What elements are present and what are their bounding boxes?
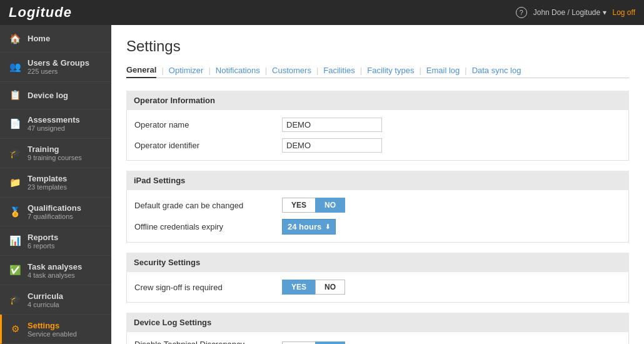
qualifications-text: Qualifications 7 qualifications <box>28 203 81 220</box>
tab-separator: | <box>265 66 267 75</box>
offline-expiry-select[interactable]: 24 hours ⬇ <box>282 219 336 235</box>
users-groups-secondary-label: 225 users <box>28 68 89 75</box>
training-primary-label: Training <box>28 144 82 154</box>
disable-tech-label: Disable Technical Discrepancyfield <box>134 340 272 344</box>
training-icon: 🎓 <box>9 147 21 159</box>
operator-identifier-input[interactable] <box>282 138 382 153</box>
reports-primary-label: Reports <box>28 233 58 242</box>
training-secondary-label: 9 training courses <box>28 154 82 161</box>
crew-signoff-toggle: YES NO <box>282 280 345 295</box>
tab-separator: | <box>161 66 163 75</box>
tab-separator: | <box>316 66 318 75</box>
crew-signoff-yes-button[interactable]: YES <box>282 280 315 295</box>
sidebar-item-home[interactable]: 🏠 Home <box>0 25 111 53</box>
tab-notifications[interactable]: Notifications <box>216 63 260 78</box>
sidebar-item-qualifications[interactable]: 🏅 Qualifications 7 qualifications <box>0 198 111 227</box>
default-grade-yes-button[interactable]: YES <box>282 198 315 213</box>
training-text: Training 9 training courses <box>28 144 82 161</box>
qualifications-primary-label: Qualifications <box>28 203 81 213</box>
ipad-settings-header: iPad Settings <box>126 171 629 190</box>
disable-tech-toggle: YES NO <box>282 341 345 344</box>
offline-expiry-row: Offline credentials expiry 24 hours ⬇ <box>134 219 621 235</box>
default-grade-row: Default grade can be changed YES NO <box>134 198 621 213</box>
users-groups-text: Users & Groups 225 users <box>28 58 89 75</box>
device-log-icon: 📋 <box>9 89 21 101</box>
assessments-secondary-label: 47 unsigned <box>28 124 80 132</box>
home-text: Home <box>28 34 50 43</box>
qualifications-icon: 🏅 <box>9 206 21 218</box>
device-log-settings-body: Disable Technical Discrepancyfield YES N… <box>126 332 629 344</box>
operator-name-input[interactable] <box>282 118 382 132</box>
curricula-text: Curricula 4 curricula <box>28 291 63 308</box>
sidebar-item-curricula[interactable]: 🎓 Curricula 4 curricula <box>0 285 111 315</box>
curricula-secondary-label: 4 curricula <box>28 301 63 308</box>
header-right: ? John Doe / Logitude ▾ Log off <box>516 7 635 18</box>
tab-customers[interactable]: Customers <box>272 63 311 78</box>
task-analyses-text: Task analyses 4 task analyses <box>28 262 82 279</box>
settings-secondary-label: Service enabled <box>28 330 77 338</box>
settings-icon: ⚙ <box>9 323 21 335</box>
dropdown-arrow-icon: ⬇ <box>325 223 330 230</box>
home-primary-label: Home <box>28 34 50 43</box>
sidebar-item-device-log[interactable]: 📋 Device log <box>0 82 111 109</box>
offline-expiry-value: 24 hours <box>288 222 321 231</box>
assessments-icon: 📄 <box>9 118 21 130</box>
security-settings-section: Security Settings Crew sign-off is requi… <box>126 253 629 303</box>
logo: Logitude <box>9 4 72 21</box>
settings-primary-label: Settings <box>28 321 77 330</box>
sidebar-item-reports[interactable]: 📊 Reports 6 reports <box>0 226 111 256</box>
sidebar-item-assessments[interactable]: 📄 Assessments 47 unsigned <box>0 109 111 139</box>
users-groups-primary-label: Users & Groups <box>28 58 89 68</box>
crew-signoff-no-button[interactable]: NO <box>315 280 345 295</box>
task-analyses-secondary-label: 4 task analyses <box>28 271 82 279</box>
disable-tech-yes-button[interactable]: YES <box>282 341 315 344</box>
security-settings-body: Crew sign-off is required YES NO <box>126 272 629 303</box>
operator-info-body: Operator name Operator identifier <box>126 110 629 161</box>
device-log-settings-header: Device Log Settings <box>126 313 629 332</box>
reports-icon: 📊 <box>9 235 21 247</box>
tab-bar: General|Optimizer|Notifications|Customer… <box>126 63 629 78</box>
help-icon[interactable]: ? <box>516 7 527 18</box>
tab-general[interactable]: General <box>126 63 156 78</box>
device-log-primary-label: Device log <box>28 91 68 100</box>
user-info[interactable]: John Doe / Logitude ▾ <box>533 8 606 17</box>
tab-optimizer[interactable]: Optimizer <box>169 63 204 78</box>
tab-separator: | <box>465 66 466 75</box>
log-off-button[interactable]: Log off <box>613 8 635 17</box>
templates-primary-label: Templates <box>28 174 67 183</box>
tab-facility-types[interactable]: Facility types <box>367 63 414 78</box>
operator-name-label: Operator name <box>134 120 272 129</box>
ipad-settings-body: Default grade can be changed YES NO Offl… <box>126 190 629 243</box>
task-analyses-primary-label: Task analyses <box>28 262 82 271</box>
tab-separator: | <box>360 66 362 75</box>
default-grade-label: Default grade can be changed <box>134 201 272 210</box>
assessments-primary-label: Assessments <box>28 115 80 124</box>
sidebar-item-users-groups[interactable]: 👥 Users & Groups 225 users <box>0 53 111 82</box>
curricula-icon: 🎓 <box>9 293 21 306</box>
templates-secondary-label: 23 templates <box>28 183 67 191</box>
sidebar-item-settings[interactable]: ⚙ Settings Service enabled <box>0 315 111 344</box>
sidebar-item-task-analyses[interactable]: ✅ Task analyses 4 task analyses <box>0 256 111 285</box>
tab-data-sync-log[interactable]: Data sync log <box>472 63 521 78</box>
operator-identifier-row: Operator identifier <box>134 138 621 153</box>
device-log-settings-section: Device Log Settings Disable Technical Di… <box>126 313 629 344</box>
tab-facilities[interactable]: Facilities <box>323 63 355 78</box>
sidebar: 🏠 Home 👥 Users & Groups 225 users 📋 Devi… <box>0 25 111 344</box>
settings-text: Settings Service enabled <box>28 321 77 338</box>
tab-email-log[interactable]: Email log <box>426 63 460 78</box>
default-grade-no-button[interactable]: NO <box>315 198 345 213</box>
task-analyses-icon: ✅ <box>9 264 21 276</box>
offline-expiry-label: Offline credentials expiry <box>134 222 272 231</box>
default-grade-toggle: YES NO <box>282 198 345 213</box>
operator-identifier-label: Operator identifier <box>134 141 272 150</box>
users-groups-icon: 👥 <box>9 61 21 73</box>
assessments-text: Assessments 47 unsigned <box>28 115 80 132</box>
operator-info-section: Operator Information Operator name Opera… <box>126 91 629 161</box>
tab-separator: | <box>419 66 421 75</box>
content-area: Settings General|Optimizer|Notifications… <box>111 25 644 344</box>
sidebar-item-templates[interactable]: 📁 Templates 23 templates <box>0 168 111 198</box>
disable-tech-no-button[interactable]: NO <box>315 341 345 344</box>
reports-secondary-label: 6 reports <box>28 242 58 250</box>
crew-signoff-row: Crew sign-off is required YES NO <box>134 280 621 295</box>
sidebar-item-training[interactable]: 🎓 Training 9 training courses <box>0 139 111 168</box>
